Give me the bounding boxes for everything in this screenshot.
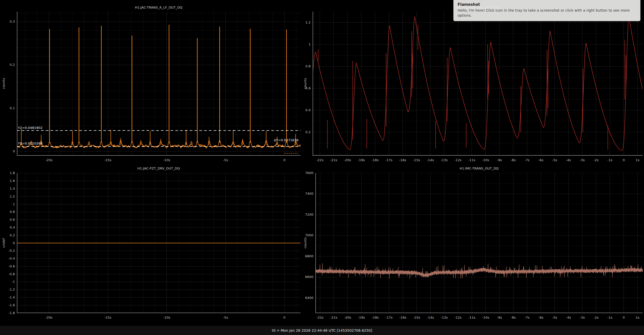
x-tick-label: -15s (99, 316, 117, 320)
y-tick-label: 7400 (298, 192, 313, 196)
y-tick-label: -1.4 (0, 295, 15, 299)
y-tick-label: 6400 (298, 296, 313, 300)
y-tick-label: 1 (0, 202, 15, 206)
y-tick-label: -0.4 (0, 257, 15, 261)
plot-area-H1:JAC-TRANS_A_LF_OUT_DQ[interactable] (17, 12, 301, 156)
y-axis-label-counts: counts (2, 78, 6, 89)
y-tick-label: 0.8 (0, 210, 15, 214)
y-tick-label: 7600 (298, 171, 313, 175)
y-tick-label: -0.6 (0, 264, 15, 268)
x-tick-label: 1s (629, 158, 644, 162)
status-bar: t0 = Mon Jan 26 2026 22:44:48 UTC [14535… (0, 326, 644, 335)
notification-title: Flameshot (458, 2, 636, 7)
x-tick-label: 0 (276, 316, 293, 320)
y-tick-label: -1.2 (0, 288, 15, 292)
y-tick-label: 6600 (298, 275, 313, 279)
y-tick-label: 1.8 (0, 171, 15, 175)
y-tick-label: -0.2 (0, 249, 15, 253)
cursor-delta-y-label: ΔY=0.0371636 (274, 138, 299, 142)
y-tick-label: 1.6 (0, 179, 15, 183)
trace-jac-trans-baseline (17, 140, 301, 148)
y-tick-label: 0 (0, 149, 15, 153)
plot-title-imc-trans: H1:IMC-TRANS_OUT_DQ (460, 166, 499, 170)
y-tick-label: 0.1 (0, 106, 15, 110)
grid-major (313, 12, 643, 156)
y-axis-label-counts: counts (303, 237, 307, 248)
x-tick-label: -5s (217, 158, 234, 162)
y-tick-label: -1 (0, 280, 15, 284)
y-tick-label: 0.6 (0, 218, 15, 222)
x-tick-label: 0 (276, 158, 293, 162)
y-tick-label: 0.3 (0, 20, 15, 24)
y-tick-label: 1 (295, 42, 311, 46)
grid-minor (17, 12, 301, 156)
notification-message: Hello, I'm here! Click icon in the tray … (458, 8, 637, 18)
trace-imc-trans-noise (315, 263, 643, 279)
x-tick-label: -5s (217, 316, 234, 320)
y-tick-label: 0.2 (0, 63, 15, 67)
plot-area-H1:IMC-TRANS_OUT_DQ[interactable] (315, 173, 643, 313)
y-tick-label: -1.8 (0, 311, 15, 315)
flameshot-notification[interactable]: Flameshot Hello, I'm here! Click icon in… (453, 0, 640, 21)
y-tick-label: 6800 (298, 254, 313, 258)
y-tick-label: 0.2 (0, 233, 15, 237)
y-tick-label: 1.2 (0, 194, 15, 199)
y-tick-label: 0.4 (0, 226, 15, 230)
x-tick-label: -15s (99, 158, 117, 162)
plot-title-jac-trans-a-lf: H1:JAC-TRANS_A_LF_OUT_DQ (135, 6, 182, 9)
t0-timestamp: t0 = Mon Jan 26 2026 22:44:48 UTC [14535… (272, 328, 372, 332)
grid-minor (313, 33, 643, 154)
plot-title-jac-pzt-drv: H1:JAC-PZT_DRV_OUT_DQ (137, 166, 180, 170)
cursor-y2-label: Y2=0.0481902 (18, 126, 42, 130)
y-tick-label: 0.6 (295, 86, 311, 90)
trace-imc-refl (313, 17, 642, 150)
plot-area-H1:IMC-REFL_DC_OUT_DQ[interactable] (313, 12, 643, 156)
grid-minor (315, 183, 643, 308)
y-tick-label: 7200 (298, 213, 313, 217)
grid-major (315, 173, 643, 313)
ndscope-window: H1:JAC-TRANS_A_LF_OUT_DQ H1:IMC-REFL_DC_… (0, 0, 644, 335)
y-tick-label: 0.8 (295, 64, 311, 68)
x-tick-label: 1s (629, 316, 644, 320)
x-tick-label: -20s (40, 158, 58, 162)
x-tick-label: -10s (158, 158, 176, 162)
y-tick-label: 0.2 (295, 130, 311, 134)
plot-area-H1:JAC-PZT_DRV_OUT_DQ[interactable] (17, 173, 301, 313)
y-tick-label: 0.4 (295, 108, 311, 112)
y-tick-label: 1.4 (0, 187, 15, 191)
y-tick-label: 0 (0, 241, 15, 245)
x-tick-label: -20s (40, 316, 58, 320)
y-tick-label: -0.8 (0, 272, 15, 276)
cursor-y1-label: Y1=0.0110266 (18, 142, 42, 145)
y-tick-label: 1.2 (295, 20, 311, 24)
y-tick-label: -1.6 (0, 303, 15, 307)
y-tick-label: 7000 (298, 233, 313, 237)
x-tick-label: -10s (158, 316, 176, 320)
